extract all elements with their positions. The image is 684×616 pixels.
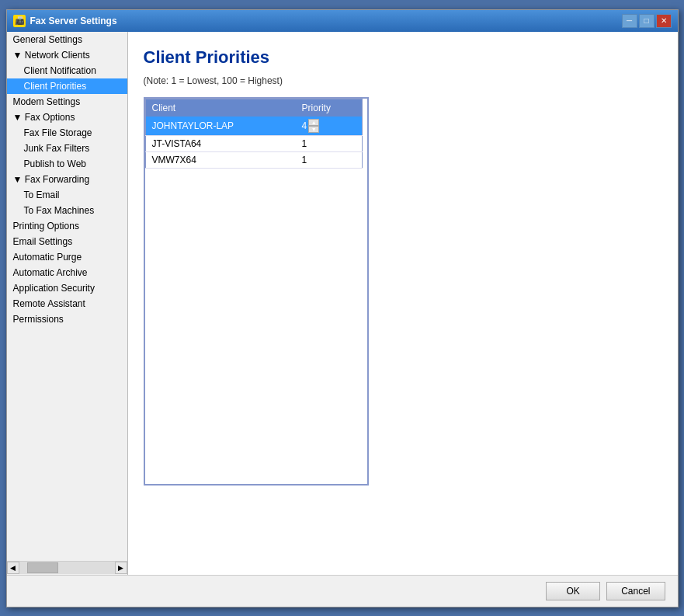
sidebar-item-label: To Email <box>24 190 60 200</box>
close-button[interactable]: ✕ <box>656 14 672 28</box>
priorities-table-container: Client Priority JOHNTAYLOR-LAP4▲▼JT-VIST… <box>144 97 369 485</box>
sidebar-item-label: ▼ Fax Forwarding <box>13 174 90 185</box>
sidebar-item-label: Automatic Purge <box>13 252 82 263</box>
main-window: 📠 Fax Server Settings ─ □ ✕ General Sett… <box>6 9 679 607</box>
scroll-track <box>19 562 115 574</box>
sidebar-item-to-fax-machines[interactable]: To Fax Machines <box>7 203 127 218</box>
sidebar-item-label: ▼ Network Clients <box>13 50 90 61</box>
sidebar-item-label: Permissions <box>13 314 64 325</box>
sidebar-item-general-settings[interactable]: General Settings <box>7 32 127 47</box>
client-cell: VMW7X64 <box>145 151 296 168</box>
spin-buttons: ▲▼ <box>308 119 319 133</box>
sidebar-item-email-settings[interactable]: Email Settings <box>7 234 127 249</box>
main-content: Client Priorities (Note: 1 = Lowest, 100… <box>128 32 678 575</box>
window-controls: ─ □ ✕ <box>622 14 672 28</box>
sidebar-item-automatic-archive[interactable]: Automatic Archive <box>7 265 127 280</box>
spin-up-button[interactable]: ▲ <box>308 119 319 126</box>
sidebar-item-label: Junk Fax Filters <box>24 143 90 154</box>
sidebar-item-printing-options[interactable]: Printing Options <box>7 218 127 234</box>
column-header-priority: Priority <box>296 99 362 117</box>
priority-cell: 4▲▼ <box>296 117 362 136</box>
sidebar-item-label: Modem Settings <box>13 96 81 107</box>
sidebar-item-label: Remote Assistant <box>13 298 85 309</box>
column-header-client: Client <box>145 99 296 117</box>
sidebar-item-label: Publish to Web <box>24 158 87 169</box>
sidebar-item-label: General Settings <box>13 34 82 45</box>
table-row[interactable]: JT-VISTA641 <box>145 135 362 151</box>
client-cell: JOHNTAYLOR-LAP <box>145 117 296 136</box>
footer-bar: OK Cancel <box>7 575 678 607</box>
sidebar-item-to-email[interactable]: To Email <box>7 187 127 203</box>
title-bar: 📠 Fax Server Settings ─ □ ✕ <box>7 10 678 32</box>
minimize-button[interactable]: ─ <box>622 14 637 28</box>
sidebar-item-label: Automatic Archive <box>13 267 88 278</box>
sidebar-item-client-notification[interactable]: Client Notification <box>7 63 127 78</box>
sidebar-item-remote-assistant[interactable]: Remote Assistant <box>7 296 127 311</box>
sidebar-item-fax-file-storage[interactable]: Fax File Storage <box>7 125 127 141</box>
maximize-button[interactable]: □ <box>639 14 654 28</box>
sidebar-item-label: Email Settings <box>13 236 73 247</box>
sidebar-item-label: Client Notification <box>24 65 96 76</box>
priority-cell: 1 <box>296 151 362 168</box>
spin-down-button[interactable]: ▼ <box>308 126 319 133</box>
window-icon: 📠 <box>13 15 26 27</box>
priority-spinner: 4▲▼ <box>302 119 356 133</box>
sidebar: General Settings▼ Network ClientsClient … <box>7 32 127 575</box>
sidebar-item-permissions[interactable]: Permissions <box>7 311 127 327</box>
sidebar-content: General Settings▼ Network ClientsClient … <box>7 32 127 561</box>
ok-button[interactable]: OK <box>546 582 600 600</box>
sidebar-item-label: Printing Options <box>13 221 79 231</box>
window-body: General Settings▼ Network ClientsClient … <box>7 32 678 575</box>
scroll-right-arrow[interactable]: ▶ <box>115 562 127 574</box>
sidebar-item-label: Application Security <box>13 283 95 294</box>
sidebar-item-label: To Fax Machines <box>24 205 95 216</box>
sidebar-item-fax-options[interactable]: ▼ Fax Options <box>7 110 127 125</box>
sidebar-item-label: Client Priorities <box>24 81 87 92</box>
title-bar-left: 📠 Fax Server Settings <box>13 15 117 27</box>
scroll-left-arrow[interactable]: ◀ <box>7 562 19 574</box>
sidebar-item-fax-forwarding[interactable]: ▼ Fax Forwarding <box>7 172 127 187</box>
sidebar-item-label: ▼ Fax Options <box>13 112 75 123</box>
note-text: (Note: 1 = Lowest, 100 = Highest) <box>144 75 662 86</box>
priority-cell: 1 <box>296 135 362 151</box>
sidebar-item-automatic-purge[interactable]: Automatic Purge <box>7 249 127 265</box>
sidebar-item-application-security[interactable]: Application Security <box>7 280 127 296</box>
sidebar-horizontal-scrollbar[interactable]: ◀ ▶ <box>7 561 127 575</box>
sidebar-item-publish-to-web[interactable]: Publish to Web <box>7 156 127 172</box>
priorities-table: Client Priority JOHNTAYLOR-LAP4▲▼JT-VIST… <box>145 99 363 169</box>
table-row[interactable]: JOHNTAYLOR-LAP4▲▼ <box>145 117 362 136</box>
priority-value: 4 <box>302 120 307 131</box>
cancel-button[interactable]: Cancel <box>606 582 665 600</box>
sidebar-item-client-priorities[interactable]: Client Priorities <box>7 78 127 94</box>
sidebar-item-label: Fax File Storage <box>24 127 92 138</box>
page-title: Client Priorities <box>144 47 662 68</box>
window-title: Fax Server Settings <box>30 16 117 26</box>
sidebar-item-network-clients[interactable]: ▼ Network Clients <box>7 47 127 63</box>
scroll-thumb[interactable] <box>27 562 58 573</box>
sidebar-item-modem-settings[interactable]: Modem Settings <box>7 94 127 110</box>
sidebar-item-junk-fax-filters[interactable]: Junk Fax Filters <box>7 141 127 156</box>
client-cell: JT-VISTA64 <box>145 135 296 151</box>
table-row[interactable]: VMW7X641 <box>145 151 362 168</box>
